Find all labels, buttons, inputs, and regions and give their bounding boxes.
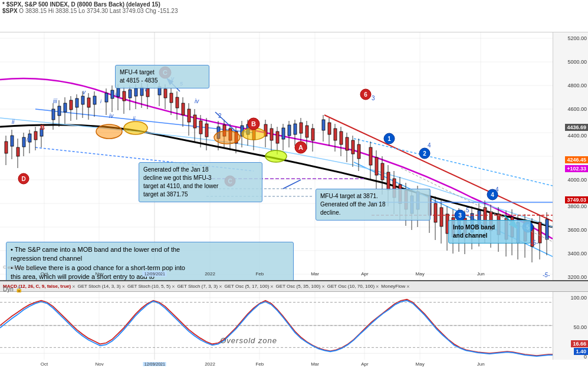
osc-osc2-text: GET Osc (5, 35, 100) xyxy=(276,284,321,289)
price-5000: 5000.00 xyxy=(567,59,587,65)
chart-x-axis: Oct Nov 12/09/2021 2022 Feb Mar Apr May … xyxy=(0,271,553,280)
x-label-2022: 2022 xyxy=(205,271,215,277)
oscillator-svg xyxy=(0,292,553,360)
svg-rect-115 xyxy=(311,129,314,140)
osc-x-nov: Nov xyxy=(96,361,104,367)
ohlc-values: O 3838.15 Hi 3838.15 Lo 3734.30 Last 374… xyxy=(19,8,178,14)
osc-osc1-close[interactable]: × xyxy=(270,284,273,290)
svg-text:4: 4 xyxy=(428,142,431,149)
x-label-mar: Mar xyxy=(311,271,319,277)
svg-rect-135 xyxy=(381,163,384,180)
price-3749: 3749.03 xyxy=(565,196,588,203)
svg-rect-81 xyxy=(199,121,202,134)
svg-text:3: 3 xyxy=(458,212,462,219)
dyn-label: Dyn 🔒 xyxy=(3,286,22,292)
svg-rect-37 xyxy=(58,106,61,116)
watermark: © eSignal, 2022 xyxy=(3,265,37,270)
svg-text:ii: ii xyxy=(12,119,15,125)
svg-text:2: 2 xyxy=(423,150,426,157)
svg-line-238 xyxy=(283,180,301,189)
osc-macd-close[interactable]: × xyxy=(72,284,75,290)
osc-label-moneyflow: MoneyFlow × xyxy=(381,284,409,290)
price-4000: 4000.00 xyxy=(567,177,587,183)
x-label-apr: Apr xyxy=(361,271,368,277)
osc-stoch2-close[interactable]: × xyxy=(172,284,175,290)
svg-text:D: D xyxy=(21,176,25,182)
svg-rect-123 xyxy=(340,131,343,144)
svg-text:iii: iii xyxy=(115,91,119,97)
price-axis: 5200.00 5000.00 4800.00 4600.00 4436.69 … xyxy=(553,32,588,280)
svg-rect-185 xyxy=(546,219,548,239)
svg-rect-133 xyxy=(375,157,378,175)
osc-stoch1-text: GET Stoch (14, 3, 3) xyxy=(77,284,120,289)
osc-label-osc1: GET Osc (5, 17, 100) × xyxy=(224,284,273,290)
price-3800: 3800.00 xyxy=(567,203,587,209)
osc-x-2022: 2022 xyxy=(205,361,215,367)
osc-osc2-close[interactable]: × xyxy=(321,284,324,290)
price-4800: 4800.00 xyxy=(567,83,587,88)
osc-stoch1-close[interactable]: × xyxy=(122,284,125,290)
svg-rect-117 xyxy=(322,120,325,130)
into-mob-band-annotation: Into MOB band and channel xyxy=(448,220,531,244)
svg-rect-49 xyxy=(93,96,96,104)
svg-rect-113 xyxy=(306,126,308,137)
svg-rect-59 xyxy=(129,90,132,98)
x-label-jun: Jun xyxy=(477,271,485,277)
svg-rect-103 xyxy=(276,131,279,143)
x-label-nov: Nov xyxy=(96,271,104,277)
svg-text:B: B xyxy=(40,124,45,131)
osc-osc3-close[interactable]: × xyxy=(376,284,379,290)
price-3600: 3600.00 xyxy=(567,227,587,233)
svg-text:iv: iv xyxy=(109,113,114,119)
svg-text:iv: iv xyxy=(27,136,31,143)
svg-rect-153 xyxy=(440,208,443,226)
svg-rect-71 xyxy=(170,93,173,103)
svg-text:3: 3 xyxy=(372,95,375,101)
svg-rect-83 xyxy=(205,124,208,137)
symbol-label: $SPX xyxy=(2,8,18,14)
svg-rect-23 xyxy=(11,136,14,146)
main-chart: A B C C D 6 1 2 xyxy=(0,32,588,280)
svg-rect-41 xyxy=(70,100,73,110)
svg-rect-45 xyxy=(81,96,84,104)
price-4400: 4400.00 xyxy=(567,133,587,139)
lock-icon: 🔒 xyxy=(15,286,22,292)
svg-text:ii: ii xyxy=(133,116,136,122)
svg-rect-43 xyxy=(75,98,78,107)
osc-x-dec: 12/09/2021 xyxy=(143,362,166,366)
price-4436: 4436.69 xyxy=(565,124,588,131)
svg-rect-127 xyxy=(352,140,354,154)
jan18-decline-annotation: Generated off the Jan 18 decline we got … xyxy=(139,162,262,202)
mfu4-target-annotation: MFU-4 target at 4815 - 4835 xyxy=(115,65,209,88)
osc-moneyflow-close[interactable]: × xyxy=(406,284,409,290)
price-4600: 4600.00 xyxy=(567,106,587,112)
svg-rect-151 xyxy=(434,203,437,222)
svg-point-191 xyxy=(214,131,240,144)
mfu4-target2-annotation: MFU-4 target at 3871. Generated off the … xyxy=(316,189,431,221)
x-label-dec: 12/09/2021 xyxy=(143,271,167,277)
svg-text:5: 5 xyxy=(466,207,469,213)
osc-label-osc3: GET Osc (10, 70, 100) × xyxy=(327,284,379,290)
svg-rect-75 xyxy=(182,103,185,115)
osc-label-osc2: GET Osc (5, 35, 100) × xyxy=(276,284,325,290)
svg-rect-25 xyxy=(17,147,19,156)
osc-x-mar: Mar xyxy=(311,361,319,367)
svg-point-193 xyxy=(265,150,287,162)
svg-rect-47 xyxy=(87,98,90,107)
osc-stoch3-close[interactable]: × xyxy=(219,284,222,290)
svg-rect-57 xyxy=(123,91,126,101)
osc-label-stoch2: GET Stoch (10, 5, 5) × xyxy=(127,284,175,290)
osc-price-140: 1.40 xyxy=(574,348,588,355)
price-5200: 5200.00 xyxy=(567,35,587,41)
x-label-oct: Oct xyxy=(41,271,48,277)
svg-point-190 xyxy=(124,121,147,134)
svg-rect-77 xyxy=(188,109,190,122)
svg-text:i: i xyxy=(100,98,102,104)
chart-header: * $SPX, S&P 500 INDEX, D (8000 Bars Back… xyxy=(0,0,588,32)
svg-rect-39 xyxy=(64,103,67,112)
svg-text:6: 6 xyxy=(364,91,367,98)
svg-rect-183 xyxy=(538,222,541,243)
svg-rect-119 xyxy=(328,123,331,134)
svg-rect-21 xyxy=(5,142,8,153)
svg-rect-129 xyxy=(357,144,360,159)
